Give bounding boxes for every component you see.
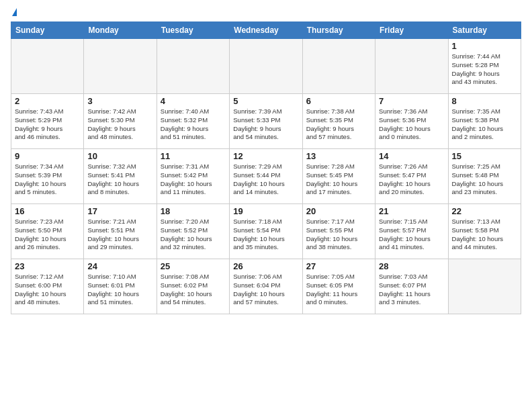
day-info: Sunrise: 7:39 AM Sunset: 5:33 PM Dayligh…	[233, 107, 298, 142]
day-info: Sunrise: 7:29 AM Sunset: 5:44 PM Dayligh…	[233, 163, 298, 197]
day-info: Sunrise: 7:42 AM Sunset: 5:30 PM Dayligh…	[87, 107, 152, 142]
day-number: 18	[161, 206, 226, 216]
weekday-header-sunday: Sunday	[11, 22, 84, 39]
day-info: Sunrise: 7:21 AM Sunset: 5:51 PM Dayligh…	[87, 218, 152, 252]
day-info: Sunrise: 7:18 AM Sunset: 5:54 PM Dayligh…	[233, 218, 298, 252]
page: SundayMondayTuesdayWednesdayThursdayFrid…	[0, 0, 532, 411]
calendar-cell: 21Sunrise: 7:15 AM Sunset: 5:57 PM Dayli…	[375, 204, 448, 259]
calendar-cell: 9Sunrise: 7:34 AM Sunset: 5:39 PM Daylig…	[11, 149, 84, 204]
day-number: 4	[161, 96, 226, 106]
day-number: 28	[379, 261, 444, 271]
calendar-cell: 4Sunrise: 7:40 AM Sunset: 5:32 PM Daylig…	[157, 94, 229, 149]
day-info: Sunrise: 7:40 AM Sunset: 5:32 PM Dayligh…	[161, 107, 226, 142]
calendar-week-row: 23Sunrise: 7:12 AM Sunset: 6:00 PM Dayli…	[11, 259, 521, 314]
day-number: 23	[15, 261, 80, 271]
calendar-cell: 20Sunrise: 7:17 AM Sunset: 5:55 PM Dayli…	[302, 204, 375, 259]
calendar-week-row: 1Sunrise: 7:44 AM Sunset: 5:28 PM Daylig…	[11, 39, 521, 94]
calendar-cell: 15Sunrise: 7:25 AM Sunset: 5:48 PM Dayli…	[448, 149, 521, 204]
day-info: Sunrise: 7:31 AM Sunset: 5:42 PM Dayligh…	[161, 163, 226, 197]
calendar-cell: 19Sunrise: 7:18 AM Sunset: 5:54 PM Dayli…	[230, 204, 302, 259]
calendar-week-row: 16Sunrise: 7:23 AM Sunset: 5:50 PM Dayli…	[11, 204, 521, 259]
day-info: Sunrise: 7:15 AM Sunset: 5:57 PM Dayligh…	[379, 218, 444, 252]
day-info: Sunrise: 7:36 AM Sunset: 5:36 PM Dayligh…	[379, 107, 444, 142]
day-number: 24	[87, 261, 152, 271]
day-info: Sunrise: 7:06 AM Sunset: 6:04 PM Dayligh…	[233, 273, 298, 307]
day-number: 20	[306, 206, 371, 216]
day-info: Sunrise: 7:28 AM Sunset: 5:45 PM Dayligh…	[306, 163, 371, 197]
day-number: 25	[161, 261, 226, 271]
calendar-cell: 3Sunrise: 7:42 AM Sunset: 5:30 PM Daylig…	[84, 94, 157, 149]
calendar-cell: 18Sunrise: 7:20 AM Sunset: 5:52 PM Dayli…	[157, 204, 229, 259]
logo	[11, 8, 17, 16]
day-number: 12	[233, 151, 298, 161]
calendar-cell: 24Sunrise: 7:10 AM Sunset: 6:01 PM Dayli…	[84, 259, 157, 314]
calendar-cell: 27Sunrise: 7:05 AM Sunset: 6:05 PM Dayli…	[302, 259, 375, 314]
day-info: Sunrise: 7:10 AM Sunset: 6:01 PM Dayligh…	[87, 273, 152, 307]
calendar-cell: 8Sunrise: 7:35 AM Sunset: 5:38 PM Daylig…	[448, 94, 521, 149]
calendar-cell: 11Sunrise: 7:31 AM Sunset: 5:42 PM Dayli…	[157, 149, 229, 204]
day-number: 8	[452, 96, 517, 106]
calendar-cell: 2Sunrise: 7:43 AM Sunset: 5:29 PM Daylig…	[11, 94, 84, 149]
day-number: 3	[87, 96, 152, 106]
day-info: Sunrise: 7:13 AM Sunset: 5:58 PM Dayligh…	[452, 218, 517, 252]
weekday-header-saturday: Saturday	[448, 22, 521, 39]
calendar-cell: 25Sunrise: 7:08 AM Sunset: 6:02 PM Dayli…	[157, 259, 229, 314]
day-info: Sunrise: 7:12 AM Sunset: 6:00 PM Dayligh…	[15, 273, 80, 307]
weekday-header-friday: Friday	[375, 22, 448, 39]
day-number: 6	[306, 96, 371, 106]
day-number: 5	[233, 96, 298, 106]
calendar-week-row: 2Sunrise: 7:43 AM Sunset: 5:29 PM Daylig…	[11, 94, 521, 149]
day-info: Sunrise: 7:08 AM Sunset: 6:02 PM Dayligh…	[161, 273, 226, 307]
day-info: Sunrise: 7:25 AM Sunset: 5:48 PM Dayligh…	[452, 163, 517, 197]
weekday-header-tuesday: Tuesday	[157, 22, 229, 39]
day-info: Sunrise: 7:20 AM Sunset: 5:52 PM Dayligh…	[161, 218, 226, 252]
header	[11, 8, 521, 16]
day-info: Sunrise: 7:05 AM Sunset: 6:05 PM Dayligh…	[306, 273, 371, 307]
calendar-cell	[448, 259, 521, 314]
logo-triangle-icon	[12, 8, 17, 16]
calendar-body: 1Sunrise: 7:44 AM Sunset: 5:28 PM Daylig…	[11, 39, 521, 314]
day-number: 14	[379, 151, 444, 161]
day-number: 10	[87, 151, 152, 161]
calendar-week-row: 9Sunrise: 7:34 AM Sunset: 5:39 PM Daylig…	[11, 149, 521, 204]
calendar-cell	[302, 39, 375, 94]
day-number: 21	[379, 206, 444, 216]
day-info: Sunrise: 7:44 AM Sunset: 5:28 PM Dayligh…	[452, 52, 517, 87]
day-info: Sunrise: 7:35 AM Sunset: 5:38 PM Dayligh…	[452, 107, 517, 142]
day-number: 17	[87, 206, 152, 216]
day-info: Sunrise: 7:34 AM Sunset: 5:39 PM Dayligh…	[15, 163, 80, 197]
weekday-header-wednesday: Wednesday	[230, 22, 302, 39]
calendar-cell: 22Sunrise: 7:13 AM Sunset: 5:58 PM Dayli…	[448, 204, 521, 259]
day-number: 9	[15, 151, 80, 161]
calendar-cell: 10Sunrise: 7:32 AM Sunset: 5:41 PM Dayli…	[84, 149, 157, 204]
day-info: Sunrise: 7:03 AM Sunset: 6:07 PM Dayligh…	[379, 273, 444, 307]
calendar-cell: 5Sunrise: 7:39 AM Sunset: 5:33 PM Daylig…	[230, 94, 302, 149]
calendar-header-row: SundayMondayTuesdayWednesdayThursdayFrid…	[11, 22, 521, 39]
day-info: Sunrise: 7:32 AM Sunset: 5:41 PM Dayligh…	[87, 163, 152, 197]
calendar-cell: 12Sunrise: 7:29 AM Sunset: 5:44 PM Dayli…	[230, 149, 302, 204]
calendar-cell	[230, 39, 302, 94]
weekday-header-thursday: Thursday	[302, 22, 375, 39]
calendar-cell: 14Sunrise: 7:26 AM Sunset: 5:47 PM Dayli…	[375, 149, 448, 204]
day-info: Sunrise: 7:17 AM Sunset: 5:55 PM Dayligh…	[306, 218, 371, 252]
day-number: 7	[379, 96, 444, 106]
day-info: Sunrise: 7:43 AM Sunset: 5:29 PM Dayligh…	[15, 107, 80, 142]
calendar-cell: 13Sunrise: 7:28 AM Sunset: 5:45 PM Dayli…	[302, 149, 375, 204]
day-info: Sunrise: 7:38 AM Sunset: 5:35 PM Dayligh…	[306, 107, 371, 142]
day-number: 1	[452, 41, 517, 51]
day-number: 16	[15, 206, 80, 216]
day-number: 22	[452, 206, 517, 216]
calendar-cell: 1Sunrise: 7:44 AM Sunset: 5:28 PM Daylig…	[448, 39, 521, 94]
day-info: Sunrise: 7:23 AM Sunset: 5:50 PM Dayligh…	[15, 218, 80, 252]
calendar-table: SundayMondayTuesdayWednesdayThursdayFrid…	[11, 21, 521, 314]
day-number: 2	[15, 96, 80, 106]
calendar-cell: 17Sunrise: 7:21 AM Sunset: 5:51 PM Dayli…	[84, 204, 157, 259]
calendar-cell: 26Sunrise: 7:06 AM Sunset: 6:04 PM Dayli…	[230, 259, 302, 314]
day-info: Sunrise: 7:26 AM Sunset: 5:47 PM Dayligh…	[379, 163, 444, 197]
calendar-cell: 16Sunrise: 7:23 AM Sunset: 5:50 PM Dayli…	[11, 204, 84, 259]
calendar-cell	[157, 39, 229, 94]
day-number: 26	[233, 261, 298, 271]
calendar-cell: 28Sunrise: 7:03 AM Sunset: 6:07 PM Dayli…	[375, 259, 448, 314]
calendar-cell: 6Sunrise: 7:38 AM Sunset: 5:35 PM Daylig…	[302, 94, 375, 149]
calendar-cell: 7Sunrise: 7:36 AM Sunset: 5:36 PM Daylig…	[375, 94, 448, 149]
